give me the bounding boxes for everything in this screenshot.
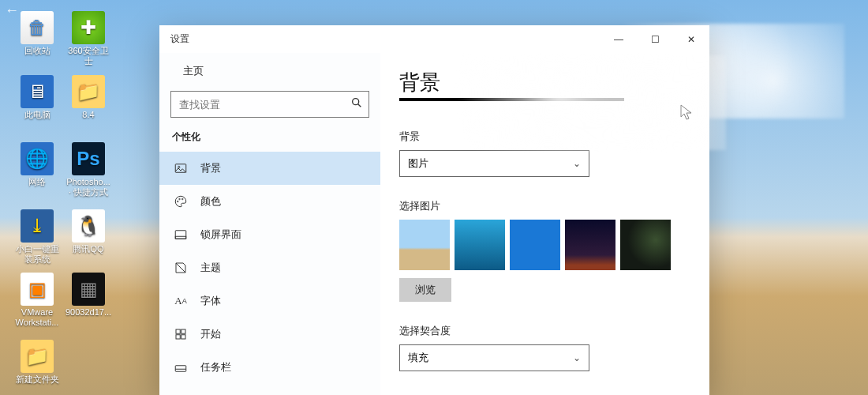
search-input[interactable] (170, 91, 369, 118)
picture-thumb[interactable] (399, 220, 450, 270)
font-icon: AA (174, 294, 188, 308)
desktop-icon-label: 8.4 (65, 110, 112, 120)
desktop-icon-new-folder[interactable]: 📁新建文件夹 (13, 340, 61, 385)
recycle-bin-icon: 🗑 (21, 11, 54, 44)
settings-main: 背景 背景 图片 ⌄ 选择图片 浏览 (380, 53, 709, 395)
desktop-icon-label: Photosho... · 快捷方式 (65, 177, 112, 198)
window-controls: — ☐ ✕ (600, 25, 709, 53)
lockscreen-icon (174, 228, 188, 242)
picture-thumb[interactable] (455, 220, 505, 270)
desktop-icon-label: 回收站 (13, 46, 61, 56)
nav-list: 背景 颜色 锁屏界面 主题 AA字体 开始 任务栏 (159, 152, 380, 384)
palette-icon (174, 194, 188, 209)
desktop-icon-label: 新建文件夹 (13, 374, 61, 385)
titlebar[interactable]: 设置 — ☐ ✕ (159, 25, 709, 53)
fit-label: 选择契合度 (399, 324, 690, 338)
svg-rect-13 (175, 366, 186, 372)
svg-line-1 (358, 104, 361, 107)
nav-label: 颜色 (200, 194, 221, 209)
vmware-icon: ▣ (21, 273, 54, 306)
computer-icon: 🖥 (21, 75, 54, 108)
home-link[interactable]: 主页 (159, 53, 380, 89)
svg-rect-9 (176, 329, 180, 333)
nav-label: 字体 (200, 294, 221, 308)
nav-label: 任务栏 (200, 360, 231, 374)
svg-rect-11 (176, 335, 180, 339)
choose-picture-label: 选择图片 (399, 199, 690, 213)
section-heading: 个性化 (159, 130, 380, 152)
picture-thumb[interactable] (510, 220, 560, 270)
svg-point-3 (178, 166, 180, 167)
svg-rect-8 (175, 236, 186, 239)
desktop-icon-label: 此电脑 (13, 110, 61, 120)
desktop-icon-360[interactable]: ✚360安全卫士 (65, 11, 112, 66)
folder-icon: 📁 (72, 75, 105, 108)
settings-window: 设置 — ☐ ✕ 主页 个性化 背景 颜色 锁屏界面 主题 AA字体 开始 (159, 25, 709, 395)
window-title: 设置 (170, 32, 189, 46)
image-icon (174, 161, 188, 175)
shield-icon: ✚ (72, 11, 105, 44)
chevron-down-icon: ⌄ (573, 158, 581, 169)
close-button[interactable]: ✕ (673, 25, 709, 53)
nav-taskbar[interactable]: 任务栏 (159, 351, 380, 384)
image-file-icon: ▦ (72, 273, 105, 306)
nav-label: 开始 (200, 327, 221, 341)
desktop-icon-file[interactable]: ▦90032d17... (65, 273, 112, 318)
home-label: 主页 (183, 64, 204, 78)
desktop-icon-photoshop[interactable]: PsPhotosho... · 快捷方式 (65, 142, 112, 198)
reinstall-icon: ⤓ (21, 209, 54, 243)
select-value: 图片 (408, 156, 428, 171)
mouse-cursor-icon (680, 104, 693, 125)
nav-start[interactable]: 开始 (159, 318, 380, 351)
select-value: 填充 (408, 351, 428, 365)
desktop-icon-label: 360安全卫士 (65, 46, 112, 66)
start-icon (174, 327, 188, 341)
nav-colors[interactable]: 颜色 (159, 185, 380, 218)
desktop-icon-recycle-bin[interactable]: 🗑回收站 (13, 11, 61, 56)
theme-icon (174, 261, 188, 275)
qq-icon: 🐧 (72, 209, 105, 243)
svg-point-4 (178, 201, 179, 202)
minimize-button[interactable]: — (600, 25, 637, 53)
page-heading: 背景 (399, 69, 624, 101)
browse-button[interactable]: 浏览 (399, 278, 451, 302)
desktop-icon-label: VMware Workstati... (13, 307, 61, 328)
desktop-icon-xiaobai[interactable]: ⤓小白一键重装系统 (13, 209, 61, 265)
desktop-icon-folder-84[interactable]: 📁8.4 (65, 75, 112, 120)
svg-rect-10 (181, 329, 185, 333)
folder-icon: 📁 (21, 340, 54, 373)
svg-point-5 (179, 198, 181, 200)
search-icon (350, 96, 363, 112)
picture-thumb[interactable] (565, 220, 615, 270)
fit-select[interactable]: 填充 ⌄ (399, 344, 589, 371)
network-icon: 🌐 (21, 142, 54, 175)
maximize-button[interactable]: ☐ (637, 25, 673, 53)
svg-point-6 (182, 198, 184, 200)
chevron-down-icon: ⌄ (573, 352, 581, 363)
svg-point-0 (353, 99, 359, 105)
taskbar-icon (174, 360, 188, 374)
nav-background[interactable]: 背景 (159, 152, 380, 185)
nav-lockscreen[interactable]: 锁屏界面 (159, 218, 380, 251)
picture-thumbnails (399, 220, 690, 270)
desktop-icon-label: 90032d17... (65, 307, 112, 318)
picture-thumb[interactable] (620, 220, 671, 270)
nav-themes[interactable]: 主题 (159, 251, 380, 284)
nav-label: 背景 (200, 161, 221, 175)
nav-fonts[interactable]: AA字体 (159, 284, 380, 318)
search-box[interactable] (170, 91, 369, 118)
desktop-icon-label: 腾讯QQ (65, 244, 112, 254)
desktop-icon-vmware[interactable]: ▣VMware Workstati... (13, 273, 61, 328)
background-type-select[interactable]: 图片 ⌄ (399, 150, 589, 177)
desktop-icon-label: 网络 (13, 177, 61, 187)
nav-label: 锁屏界面 (200, 228, 241, 242)
desktop-icon-qq[interactable]: 🐧腾讯QQ (65, 209, 112, 254)
svg-rect-12 (181, 335, 185, 339)
background-label: 背景 (399, 130, 690, 144)
nav-label: 主题 (200, 261, 221, 275)
desktop-icon-this-pc[interactable]: 🖥此电脑 (13, 75, 61, 120)
svg-rect-7 (175, 231, 186, 239)
settings-sidebar: 主页 个性化 背景 颜色 锁屏界面 主题 AA字体 开始 任务栏 (159, 53, 380, 395)
desktop-icon-network[interactable]: 🌐网络 (13, 142, 61, 187)
desktop-icon-label: 小白一键重装系统 (13, 244, 61, 265)
